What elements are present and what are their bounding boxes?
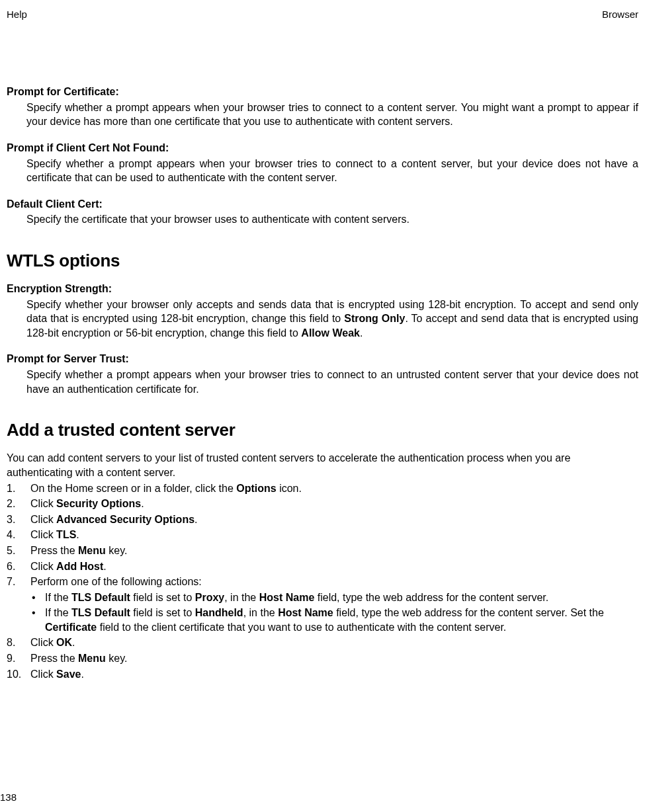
step-9-bold: Menu — [78, 653, 106, 664]
step-6-post: . — [103, 561, 106, 572]
s7a-7: field, type the web address for the cont… — [314, 592, 548, 603]
step-4: Click TLS. — [7, 528, 638, 542]
def-body-prompt-certificate: Specify whether a prompt appears when yo… — [7, 101, 638, 129]
enc-allow-weak: Allow Weak — [301, 327, 360, 339]
def-term-server-trust: Prompt for Server Trust — [7, 352, 638, 366]
page-number: 138 — [0, 791, 17, 804]
step-2-pre: Click — [30, 498, 56, 509]
header-left: Help — [7, 8, 27, 21]
step-4-bold: TLS — [56, 529, 76, 540]
def-term-default-cert: Default Client Cert — [7, 197, 638, 212]
s7b-6: Host Name — [278, 607, 333, 618]
page-content: Prompt for Certificate Specify whether a… — [7, 85, 638, 681]
s7b-9: field to the client certificate that you… — [97, 622, 506, 633]
step-2-bold: Security Options — [56, 498, 141, 509]
s7a-6: Host Name — [259, 592, 315, 603]
step-6: Click Add Host. — [7, 559, 638, 574]
step-4-pre: Click — [30, 529, 56, 540]
s7b-2: TLS Default — [71, 607, 130, 618]
step-1: On the Home screen or in a folder, click… — [7, 481, 638, 496]
def-term-prompt-not-found: Prompt if Client Cert Not Found — [7, 141, 638, 155]
step-8: Click OK. — [7, 635, 638, 650]
step-7-text: Perform one of the following actions: — [30, 576, 202, 587]
step-5-bold: Menu — [78, 545, 106, 556]
s7a-1: If the — [45, 592, 71, 603]
step-7-sublist: If the TLS Default field is set to Proxy… — [30, 590, 638, 635]
step-10-post: . — [81, 669, 83, 680]
step-5: Press the Menu key. — [7, 544, 638, 558]
def-body-default-cert: Specify the certificate that your browse… — [7, 212, 638, 227]
s7b-5: , in the — [243, 607, 278, 618]
s7a-4: Proxy — [195, 592, 224, 603]
heading-wtls-options: WTLS options — [7, 249, 638, 272]
page-header: Help Browser — [7, 8, 638, 21]
step-8-post: . — [72, 637, 75, 648]
step-7b: If the TLS Default field is set to Handh… — [30, 606, 638, 634]
s7b-7: field, type the web address for the cont… — [333, 607, 604, 618]
step-6-bold: Add Host — [56, 561, 103, 572]
step-2-post: . — [141, 498, 144, 509]
enc-strong-only: Strong Only — [344, 313, 405, 324]
step-5-pre: Press the — [30, 545, 78, 556]
def-body-encryption-strength: Specify whether your browser only accept… — [7, 298, 638, 341]
step-1-bold: Options — [236, 483, 276, 494]
enc-text-end: . — [360, 327, 363, 339]
def-term-encryption-strength: Encryption Strength — [7, 282, 638, 296]
def-body-prompt-not-found: Specify whether a prompt appears when yo… — [7, 157, 638, 185]
heading-add-trusted: Add a trusted content server — [7, 419, 638, 442]
s7b-4: Handheld — [195, 607, 243, 618]
header-right: Browser — [602, 8, 638, 21]
s7a-3: field is set to — [130, 592, 195, 603]
s7b-3: field is set to — [130, 607, 195, 618]
steps-list: On the Home screen or in a folder, click… — [7, 481, 638, 682]
step-9-pre: Press the — [30, 653, 78, 664]
step-8-bold: OK — [56, 637, 72, 648]
step-4-post: . — [76, 529, 79, 540]
step-9-post: key. — [106, 653, 128, 664]
step-10-pre: Click — [30, 669, 56, 680]
step-1-pre: On the Home screen or in a folder, click… — [30, 483, 236, 494]
s7a-2: TLS Default — [71, 592, 130, 603]
s7a-5: , in the — [224, 592, 259, 603]
step-3-bold: Advanced Security Options — [56, 514, 194, 525]
step-3-post: . — [194, 514, 197, 525]
s7b-8: Certificate — [45, 622, 97, 633]
def-term-prompt-certificate: Prompt for Certificate — [7, 85, 638, 99]
step-10-bold: Save — [56, 669, 81, 680]
step-3-pre: Click — [30, 514, 56, 525]
step-8-pre: Click — [30, 637, 56, 648]
def-body-server-trust: Specify whether a prompt appears when yo… — [7, 368, 638, 396]
s7b-1: If the — [45, 607, 71, 618]
step-2: Click Security Options. — [7, 497, 638, 511]
step-1-post: icon. — [277, 483, 302, 494]
step-6-pre: Click — [30, 561, 56, 572]
step-10: Click Save. — [7, 667, 638, 682]
step-7a: If the TLS Default field is set to Proxy… — [30, 590, 638, 605]
step-5-post: key. — [106, 545, 128, 556]
step-7: Perform one of the following actions: If… — [7, 575, 638, 634]
step-3: Click Advanced Security Options. — [7, 512, 638, 527]
step-9: Press the Menu key. — [7, 651, 638, 666]
add-trusted-intro: You can add content servers to your list… — [7, 451, 638, 479]
